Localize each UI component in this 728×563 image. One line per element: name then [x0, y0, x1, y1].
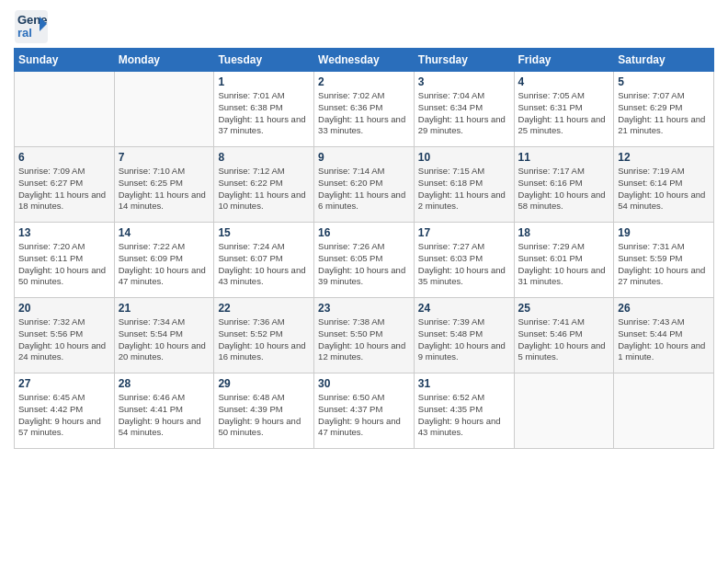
calendar-cell: 24Sunrise: 7:39 AM Sunset: 5:48 PM Dayli…: [414, 298, 514, 373]
day-number: 19: [618, 226, 710, 239]
calendar-cell: 23Sunrise: 7:38 AM Sunset: 5:50 PM Dayli…: [314, 298, 415, 373]
cell-info: Sunrise: 7:39 AM Sunset: 5:48 PM Dayligh…: [418, 316, 510, 363]
day-number: 3: [418, 75, 510, 88]
cell-info: Sunrise: 7:29 AM Sunset: 6:01 PM Dayligh…: [518, 241, 610, 288]
calendar-cell: 30Sunrise: 6:50 AM Sunset: 4:37 PM Dayli…: [314, 373, 415, 449]
calendar-cell: [514, 373, 614, 449]
day-number: 17: [418, 226, 510, 239]
cell-info: Sunrise: 7:38 AM Sunset: 5:50 PM Dayligh…: [318, 316, 410, 363]
weekday-header: Thursday: [414, 49, 514, 72]
calendar-cell: 31Sunrise: 6:52 AM Sunset: 4:35 PM Dayli…: [414, 373, 514, 449]
calendar-cell: 13Sunrise: 7:20 AM Sunset: 6:11 PM Dayli…: [15, 223, 115, 298]
calendar-table: SundayMondayTuesdayWednesdayThursdayFrid…: [14, 48, 714, 449]
cell-info: Sunrise: 7:36 AM Sunset: 5:52 PM Dayligh…: [218, 316, 310, 363]
calendar-cell: 14Sunrise: 7:22 AM Sunset: 6:09 PM Dayli…: [114, 223, 214, 298]
weekday-header-row: SundayMondayTuesdayWednesdayThursdayFrid…: [15, 49, 714, 72]
calendar-cell: 10Sunrise: 7:15 AM Sunset: 6:18 PM Dayli…: [414, 147, 514, 223]
day-number: 8: [218, 151, 310, 164]
cell-info: Sunrise: 7:26 AM Sunset: 6:05 PM Dayligh…: [318, 241, 410, 288]
day-number: 7: [119, 151, 210, 164]
day-number: 1: [218, 75, 310, 88]
day-number: 11: [518, 151, 610, 164]
cell-info: Sunrise: 6:50 AM Sunset: 4:37 PM Dayligh…: [318, 392, 410, 439]
cell-info: Sunrise: 7:14 AM Sunset: 6:20 PM Dayligh…: [318, 166, 410, 213]
calendar-cell: 11Sunrise: 7:17 AM Sunset: 6:16 PM Dayli…: [514, 147, 614, 223]
cell-info: Sunrise: 7:07 AM Sunset: 6:29 PM Dayligh…: [618, 90, 710, 137]
day-number: 5: [618, 75, 710, 88]
calendar-cell: 26Sunrise: 7:43 AM Sunset: 5:44 PM Dayli…: [614, 298, 714, 373]
cell-info: Sunrise: 6:52 AM Sunset: 4:35 PM Dayligh…: [418, 392, 510, 439]
day-number: 2: [318, 75, 410, 88]
cell-info: Sunrise: 7:04 AM Sunset: 6:34 PM Dayligh…: [418, 90, 510, 137]
cell-info: Sunrise: 7:05 AM Sunset: 6:31 PM Dayligh…: [518, 90, 610, 137]
page-header: Gene ral: [14, 9, 714, 42]
day-number: 21: [119, 302, 210, 315]
day-number: 12: [618, 151, 710, 164]
day-number: 18: [518, 226, 610, 239]
day-number: 30: [318, 377, 410, 390]
cell-info: Sunrise: 7:01 AM Sunset: 6:38 PM Dayligh…: [218, 90, 310, 137]
calendar-week-row: 1Sunrise: 7:01 AM Sunset: 6:38 PM Daylig…: [15, 72, 714, 147]
day-number: 6: [18, 151, 110, 164]
calendar-cell: 27Sunrise: 6:45 AM Sunset: 4:42 PM Dayli…: [15, 373, 115, 449]
calendar-week-row: 27Sunrise: 6:45 AM Sunset: 4:42 PM Dayli…: [15, 373, 714, 449]
cell-info: Sunrise: 6:46 AM Sunset: 4:41 PM Dayligh…: [119, 392, 210, 439]
calendar-cell: 5Sunrise: 7:07 AM Sunset: 6:29 PM Daylig…: [614, 72, 714, 147]
cell-info: Sunrise: 7:27 AM Sunset: 6:03 PM Dayligh…: [418, 241, 510, 288]
day-number: 4: [518, 75, 610, 88]
day-number: 15: [218, 226, 310, 239]
calendar-cell: 22Sunrise: 7:36 AM Sunset: 5:52 PM Dayli…: [214, 298, 314, 373]
calendar-week-row: 20Sunrise: 7:32 AM Sunset: 5:56 PM Dayli…: [15, 298, 714, 373]
calendar-cell: 29Sunrise: 6:48 AM Sunset: 4:39 PM Dayli…: [214, 373, 314, 449]
calendar-cell: 28Sunrise: 6:46 AM Sunset: 4:41 PM Dayli…: [114, 373, 214, 449]
cell-info: Sunrise: 7:10 AM Sunset: 6:25 PM Dayligh…: [119, 166, 210, 213]
day-number: 27: [18, 377, 110, 390]
calendar-cell: 15Sunrise: 7:24 AM Sunset: 6:07 PM Dayli…: [214, 223, 314, 298]
cell-info: Sunrise: 7:24 AM Sunset: 6:07 PM Dayligh…: [218, 241, 310, 288]
day-number: 16: [318, 226, 410, 239]
weekday-header: Wednesday: [314, 49, 415, 72]
calendar-cell: 7Sunrise: 7:10 AM Sunset: 6:25 PM Daylig…: [114, 147, 214, 223]
day-number: 25: [518, 302, 610, 315]
logo-icon: Gene ral: [14, 9, 47, 42]
day-number: 23: [318, 302, 410, 315]
day-number: 9: [318, 151, 410, 164]
day-number: 22: [218, 302, 310, 315]
day-number: 29: [218, 377, 310, 390]
calendar-cell: 18Sunrise: 7:29 AM Sunset: 6:01 PM Dayli…: [514, 223, 614, 298]
day-number: 14: [119, 226, 210, 239]
calendar-cell: 16Sunrise: 7:26 AM Sunset: 6:05 PM Dayli…: [314, 223, 415, 298]
calendar-cell: 4Sunrise: 7:05 AM Sunset: 6:31 PM Daylig…: [514, 72, 614, 147]
svg-text:ral: ral: [17, 26, 32, 40]
cell-info: Sunrise: 7:31 AM Sunset: 5:59 PM Dayligh…: [618, 241, 710, 288]
weekday-header: Tuesday: [214, 49, 314, 72]
cell-info: Sunrise: 7:34 AM Sunset: 5:54 PM Dayligh…: [119, 316, 210, 363]
calendar-cell: 25Sunrise: 7:41 AM Sunset: 5:46 PM Dayli…: [514, 298, 614, 373]
cell-info: Sunrise: 7:09 AM Sunset: 6:27 PM Dayligh…: [18, 166, 110, 213]
day-number: 10: [418, 151, 510, 164]
day-number: 28: [119, 377, 210, 390]
calendar-cell: 17Sunrise: 7:27 AM Sunset: 6:03 PM Dayli…: [414, 223, 514, 298]
calendar-cell: 1Sunrise: 7:01 AM Sunset: 6:38 PM Daylig…: [214, 72, 314, 147]
cell-info: Sunrise: 7:20 AM Sunset: 6:11 PM Dayligh…: [18, 241, 110, 288]
calendar-week-row: 13Sunrise: 7:20 AM Sunset: 6:11 PM Dayli…: [15, 223, 714, 298]
day-number: 26: [618, 302, 710, 315]
calendar-cell: 8Sunrise: 7:12 AM Sunset: 6:22 PM Daylig…: [214, 147, 314, 223]
cell-info: Sunrise: 7:22 AM Sunset: 6:09 PM Dayligh…: [119, 241, 210, 288]
calendar-cell: [114, 72, 214, 147]
weekday-header: Friday: [514, 49, 614, 72]
weekday-header: Sunday: [15, 49, 115, 72]
calendar-cell: 2Sunrise: 7:02 AM Sunset: 6:36 PM Daylig…: [314, 72, 415, 147]
calendar-cell: 20Sunrise: 7:32 AM Sunset: 5:56 PM Dayli…: [15, 298, 115, 373]
cell-info: Sunrise: 7:32 AM Sunset: 5:56 PM Dayligh…: [18, 316, 110, 363]
calendar-cell: 19Sunrise: 7:31 AM Sunset: 5:59 PM Dayli…: [614, 223, 714, 298]
calendar-cell: [15, 72, 115, 147]
cell-info: Sunrise: 7:15 AM Sunset: 6:18 PM Dayligh…: [418, 166, 510, 213]
calendar-cell: [614, 373, 714, 449]
logo: Gene ral: [14, 9, 52, 42]
cell-info: Sunrise: 6:45 AM Sunset: 4:42 PM Dayligh…: [18, 392, 110, 439]
calendar-cell: 21Sunrise: 7:34 AM Sunset: 5:54 PM Dayli…: [114, 298, 214, 373]
cell-info: Sunrise: 7:17 AM Sunset: 6:16 PM Dayligh…: [518, 166, 610, 213]
weekday-header: Saturday: [614, 49, 714, 72]
weekday-header: Monday: [114, 49, 214, 72]
